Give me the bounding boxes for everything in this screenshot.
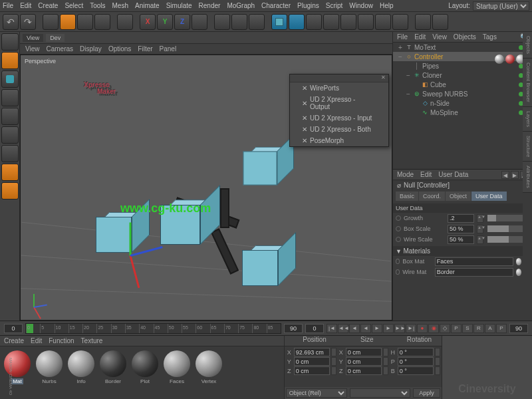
attr-mode[interactable]: Mode [397,171,414,178]
tree-row-motext[interactable]: +TMoText [393,43,532,52]
menu-window[interactable]: Window [349,2,373,9]
strip-attributes[interactable]: Attributes [523,162,532,193]
menu-create[interactable]: Create [38,2,58,9]
viewport[interactable]: Perspective [20,55,392,321]
material-sphere-icon[interactable] [68,350,94,377]
polygon-mode-icon[interactable] [1,145,19,162]
rot-field[interactable] [398,357,434,366]
attr-edit[interactable]: Edit [420,171,432,178]
tree-row-cube[interactable]: ◧Cube [393,80,532,89]
rot-field[interactable] [398,348,434,356]
material-sphere-icon[interactable] [100,350,126,377]
camera-icon[interactable] [375,14,391,30]
vp-options[interactable]: Options [108,45,131,53]
ctx-posemorph[interactable]: ✕PoseMorph [290,135,388,146]
goto-end-icon[interactable]: ►| [406,324,416,333]
strip-objects[interactable]: Objects [523,32,532,59]
menu-simulate[interactable]: Simulate [166,2,192,9]
prev-frame-icon[interactable]: ◄ [349,324,360,333]
attr-mat-field[interactable] [435,268,513,277]
tree-row-cloner[interactable]: −✳Cloner [393,70,532,80]
next-frame-icon[interactable]: ► [383,324,394,333]
pos-field[interactable] [294,357,330,366]
vp-display[interactable]: Display [80,45,102,53]
light-icon[interactable] [392,14,408,30]
menu-render[interactable]: Render [199,2,221,9]
x-axis-lock-icon[interactable] [140,14,156,30]
coord-system-icon[interactable] [192,14,207,30]
key-param-icon[interactable]: A [485,324,495,333]
material-preview-icon[interactable] [516,258,521,265]
anim-dot-icon[interactable] [396,259,400,264]
timeline-end-field[interactable] [284,324,303,333]
spinner-icon[interactable]: ▲▼ [477,214,483,223]
mat-function[interactable]: Function [49,337,74,344]
menu-character[interactable]: Character [261,2,291,9]
size-field[interactable] [346,366,382,375]
material-vertex[interactable]: Vertex [196,350,222,384]
spinner-icon[interactable] [435,366,440,375]
attr-value-field[interactable] [448,214,474,223]
menu-file[interactable]: File [3,2,13,9]
undo-icon[interactable] [3,14,19,30]
ctx-wireports[interactable]: ✕WirePorts [290,82,388,94]
spinner-icon[interactable] [331,348,336,356]
tree-row-mospline[interactable]: ∿MoSpline [393,108,532,117]
snap-icon[interactable] [1,182,19,200]
key-pos-icon[interactable]: P [451,324,462,333]
timeline-max-field[interactable] [509,324,528,333]
keyframe-sel-icon[interactable]: ◇ [440,324,450,333]
menu-mograph[interactable]: MoGraph [227,2,255,9]
tab-view[interactable]: View [23,34,43,42]
attr-userdata[interactable]: User Data [438,171,468,178]
ctx-ud2x-both[interactable]: ✕UD 2 Xpresso - Both [290,124,388,135]
material-faces[interactable]: Faces [164,350,190,384]
menu-help[interactable]: Help [380,2,394,9]
render-settings-icon[interactable] [249,14,265,30]
tab-basic[interactable]: Basic [396,192,418,201]
misc-tool-1-icon[interactable] [415,14,431,30]
attr-value-field[interactable] [448,235,474,244]
select-tool-icon[interactable] [43,14,59,30]
y-axis-lock-icon[interactable] [157,14,173,30]
play-fwd-icon[interactable]: ► [372,324,382,333]
spinner-icon[interactable] [383,348,388,356]
pos-field[interactable] [294,348,330,356]
tree-toggle-icon[interactable]: − [405,72,412,79]
z-axis-lock-icon[interactable] [174,14,190,30]
menu-plugins[interactable]: Plugins [297,2,319,9]
anim-dot-icon[interactable] [396,226,401,231]
scale-tool-icon[interactable] [77,14,93,30]
material-sphere-icon[interactable] [132,350,158,377]
tab-object[interactable]: Object [446,192,471,201]
context-menu-close-icon[interactable] [290,74,388,82]
menu-select[interactable]: Select [65,2,83,9]
spinner-icon[interactable] [383,357,388,366]
next-key-icon[interactable]: ►► [394,324,405,333]
menu-edit[interactable]: Edit [20,2,31,9]
redo-icon[interactable] [20,14,36,30]
material-sphere-icon[interactable] [164,350,190,377]
object-tree[interactable]: +TMoText−○Controller│Pipes−✳Cloner◧Cube−… [393,43,532,169]
material-preview-icon[interactable] [516,269,521,276]
menu-mesh[interactable]: Mesh [112,2,128,9]
menu-tools[interactable]: Tools [90,2,105,9]
spinner-icon[interactable] [383,366,388,375]
spinner-icon[interactable]: ▲▼ [477,235,483,244]
obj-edit[interactable]: Edit [414,33,426,41]
strip-structure[interactable]: Structure [523,132,532,162]
spinner-icon[interactable] [435,357,440,366]
ctx-ud2x-input[interactable]: ✕UD 2 Xpresso - Input [290,112,388,124]
obj-file[interactable]: File [397,33,408,41]
rotate-tool-icon[interactable] [94,14,110,30]
nurbs-icon[interactable] [306,14,322,30]
tab-dev[interactable]: Dev [46,34,65,42]
rot-field[interactable] [398,366,434,375]
strip-content[interactable]: Content Browser [523,59,532,107]
spinner-icon[interactable] [435,348,440,356]
make-editable-icon[interactable] [1,33,19,51]
spinner-icon[interactable] [331,366,336,375]
attr-mat-field[interactable] [435,257,513,266]
model-mode-icon[interactable] [1,52,19,69]
anim-dot-icon[interactable] [396,215,401,221]
